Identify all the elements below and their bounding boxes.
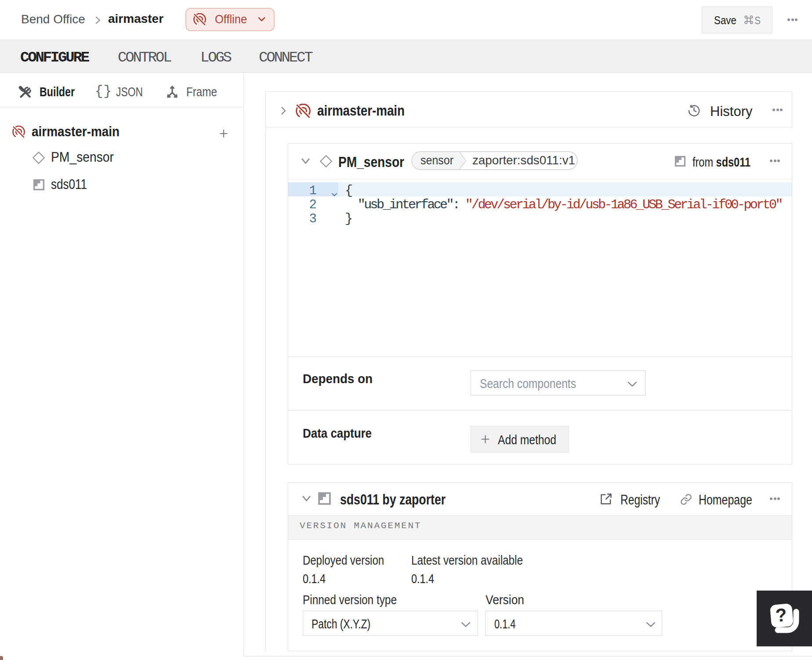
- svg-text:?: ?: [775, 604, 788, 626]
